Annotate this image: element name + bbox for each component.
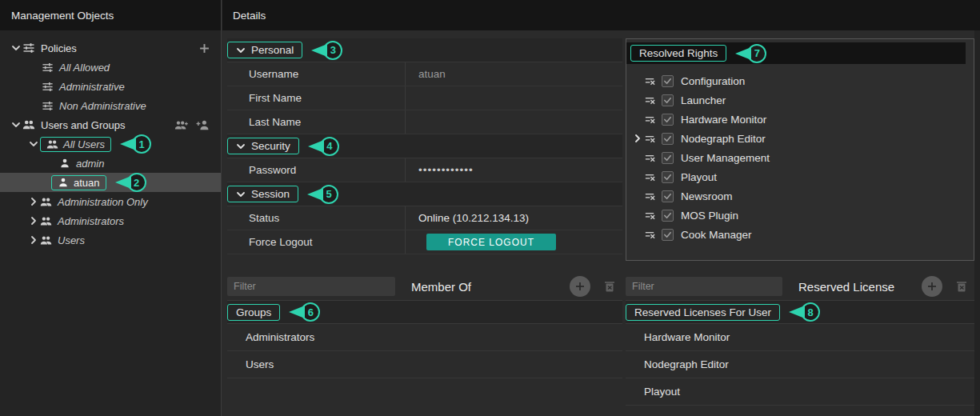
callout-3: 3 bbox=[311, 41, 342, 60]
chevron-right-icon[interactable] bbox=[27, 235, 40, 245]
right-label: User Management bbox=[681, 152, 770, 164]
callout-arrow bbox=[307, 188, 323, 201]
reserved-licenses-header: Reserved Licenses For User 8 bbox=[626, 300, 974, 324]
license-row-playout[interactable]: Playout bbox=[626, 378, 974, 406]
tree-item-administration-only[interactable]: Administration Only bbox=[0, 192, 221, 211]
first-name-label: First Name bbox=[227, 86, 405, 110]
add-policy-button[interactable] bbox=[199, 43, 210, 54]
right-label: Nodegraph Editor bbox=[681, 133, 766, 145]
member-of-row-users[interactable]: Users bbox=[227, 351, 622, 378]
checkbox-checked[interactable] bbox=[662, 229, 674, 241]
force-logout-label: Force Logout bbox=[227, 230, 405, 254]
section-personal[interactable]: Personal 3 bbox=[227, 38, 622, 62]
right-label: Hardware Monitor bbox=[681, 114, 766, 126]
section-security[interactable]: Security 4 bbox=[227, 134, 622, 158]
tree-item-label: atuan bbox=[74, 177, 100, 189]
field-row-first-name: First Name bbox=[227, 86, 622, 110]
group-icon bbox=[46, 138, 58, 150]
username-field[interactable]: atuan bbox=[405, 62, 622, 86]
tree-item-label: All Allowed bbox=[59, 62, 110, 74]
chevron-right-icon[interactable] bbox=[633, 134, 644, 143]
chevron-down-icon bbox=[236, 190, 246, 199]
right-label: Launcher bbox=[681, 94, 726, 106]
chevron-right-icon[interactable] bbox=[27, 216, 40, 226]
groups-header-label: Groups bbox=[236, 306, 271, 318]
remove-member-button[interactable] bbox=[603, 280, 616, 293]
add-user-button[interactable] bbox=[196, 119, 210, 131]
section-label: Personal bbox=[251, 44, 294, 56]
details-form: Personal 3 Username atuan First Name Las… bbox=[227, 38, 622, 254]
checkbox-checked[interactable] bbox=[662, 94, 674, 106]
chevron-right-icon[interactable] bbox=[27, 197, 40, 206]
force-logout-button[interactable]: FORCE LOGOUT bbox=[426, 234, 556, 250]
field-row-last-name: Last Name bbox=[227, 110, 622, 134]
license-row-hardware-monitor[interactable]: Hardware Monitor bbox=[626, 324, 974, 351]
checkbox-checked[interactable] bbox=[662, 75, 674, 87]
tree-item-label: admin bbox=[76, 158, 104, 170]
tree-item-policies[interactable]: Policies bbox=[0, 38, 221, 58]
policy-icon bbox=[42, 100, 54, 112]
rights-icon bbox=[644, 94, 656, 106]
add-license-button[interactable] bbox=[922, 276, 942, 297]
last-name-field[interactable] bbox=[405, 110, 622, 134]
first-name-field[interactable] bbox=[405, 86, 622, 110]
resolved-rights-list: Configuration Launcher Hardware Monitor … bbox=[626, 64, 974, 244]
license-name: Nodegraph Editor bbox=[644, 358, 729, 370]
tree-item-label: Administrators bbox=[58, 215, 124, 227]
rights-row-configuration[interactable]: Configuration bbox=[633, 71, 974, 90]
tree-item-all-users[interactable]: All Users 1 bbox=[0, 134, 221, 154]
rights-row-mos-plugin[interactable]: MOS Plugin bbox=[633, 206, 974, 225]
checkbox-checked[interactable] bbox=[662, 152, 674, 164]
member-of-title: Member Of bbox=[411, 280, 471, 294]
checkbox-checked[interactable] bbox=[662, 171, 674, 183]
field-row-force-logout: Force Logout FORCE LOGOUT bbox=[227, 230, 622, 254]
tree-item-label: Users and Groups bbox=[41, 119, 126, 131]
rights-icon bbox=[644, 75, 656, 87]
tree-item-non-administrative[interactable]: Non Administrative bbox=[0, 96, 221, 115]
group-name: Users bbox=[246, 358, 274, 370]
callout-5: 5 bbox=[307, 185, 338, 204]
callout-8: 8 bbox=[789, 302, 820, 322]
chevron-down-icon[interactable] bbox=[10, 120, 22, 130]
checkbox-checked[interactable] bbox=[662, 210, 674, 222]
tree-item-users-and-groups[interactable]: Users and Groups bbox=[0, 115, 221, 134]
annotation-box-personal: Personal bbox=[227, 42, 302, 58]
details-title: Details bbox=[222, 0, 980, 30]
field-row-status: Status Online (10.212.134.13) bbox=[227, 206, 622, 230]
reserved-license-filter-input[interactable] bbox=[626, 277, 782, 296]
field-row-username: Username atuan bbox=[227, 62, 622, 86]
rights-row-newsroom[interactable]: Newsroom bbox=[633, 186, 974, 206]
rights-row-playout[interactable]: Playout bbox=[633, 167, 974, 186]
tree-item-atuan[interactable]: atuan 2 bbox=[0, 173, 221, 192]
chevron-down-icon[interactable] bbox=[10, 43, 22, 53]
tree-item-administrative[interactable]: Administrative bbox=[0, 77, 221, 96]
remove-license-button[interactable] bbox=[955, 280, 968, 293]
rights-row-user-management[interactable]: User Management bbox=[633, 148, 974, 167]
checkbox-checked[interactable] bbox=[662, 133, 674, 145]
callout-arrow bbox=[308, 140, 324, 153]
checkbox-checked[interactable] bbox=[662, 114, 674, 126]
resolved-rights-panel: Resolved Rights 7 Configuration Launcher… bbox=[626, 38, 974, 261]
annotation-box-security: Security bbox=[227, 138, 299, 154]
tree-item-administrators[interactable]: Administrators bbox=[0, 211, 221, 230]
reserved-license-toolbar: Reserved License bbox=[626, 275, 974, 298]
member-of-row-administrators[interactable]: Administrators bbox=[227, 324, 622, 351]
rights-row-launcher[interactable]: Launcher bbox=[633, 90, 974, 110]
tree-item-admin[interactable]: admin bbox=[0, 154, 221, 173]
checkbox-checked[interactable] bbox=[662, 190, 674, 202]
member-of-filter-input[interactable] bbox=[227, 277, 395, 296]
tree-item-users[interactable]: Users bbox=[0, 230, 221, 250]
management-objects-panel: Management Objects Policies All Allowed … bbox=[0, 0, 222, 416]
chevron-down-icon[interactable] bbox=[27, 139, 40, 149]
rights-row-hardware-monitor[interactable]: Hardware Monitor bbox=[633, 110, 974, 129]
rights-row-cook-manager[interactable]: Cook Manager bbox=[633, 225, 974, 244]
add-member-button[interactable] bbox=[570, 276, 590, 297]
password-field[interactable]: •••••••••••• bbox=[405, 158, 622, 182]
license-row-nodegraph-editor[interactable]: Nodegraph Editor bbox=[626, 351, 974, 378]
tree-item-all-allowed[interactable]: All Allowed bbox=[0, 58, 221, 77]
add-group-button[interactable] bbox=[174, 119, 188, 131]
section-session[interactable]: Session 5 bbox=[227, 182, 622, 206]
rights-row-nodegraph-editor[interactable]: Nodegraph Editor bbox=[633, 129, 974, 148]
annotation-box-resolved-rights: Resolved Rights bbox=[630, 45, 726, 62]
callout-arrow bbox=[289, 306, 305, 318]
